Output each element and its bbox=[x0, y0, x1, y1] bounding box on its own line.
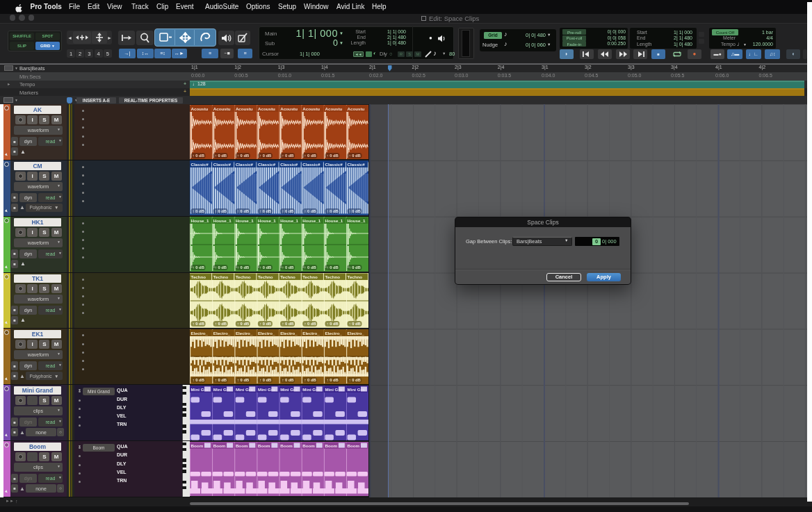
svg-text:↑ 0 dB: ↑ 0 dB bbox=[237, 322, 249, 326]
svg-text:Techno: Techno bbox=[303, 274, 318, 279]
svg-text:Acoustu: Acoustu bbox=[258, 106, 275, 110]
svg-text:↑ 0 dB: ↑ 0 dB bbox=[215, 378, 227, 382]
svg-text:↑ 0 dB: ↑ 0 dB bbox=[327, 210, 339, 214]
svg-text:Electro_: Electro_ bbox=[325, 330, 343, 335]
svg-text:Electro_: Electro_ bbox=[236, 330, 253, 335]
svg-text:Classic#: Classic# bbox=[303, 162, 321, 167]
svg-text:↑ 0 dB: ↑ 0 dB bbox=[304, 210, 316, 214]
svg-text:Techno: Techno bbox=[280, 274, 295, 279]
svg-text:House_1: House_1 bbox=[280, 218, 298, 223]
svg-text:↑ 0 dB: ↑ 0 dB bbox=[349, 210, 361, 214]
svg-text:House_1: House_1 bbox=[348, 218, 366, 223]
svg-text:↑ 0 dB: ↑ 0 dB bbox=[282, 265, 294, 270]
svg-text:Techno: Techno bbox=[325, 274, 341, 279]
svg-text:Boom: Boom bbox=[325, 443, 338, 447]
svg-text:↑ 0 dB: ↑ 0 dB bbox=[237, 265, 249, 270]
svg-text:Classic#: Classic# bbox=[191, 162, 209, 167]
svg-text:Techno: Techno bbox=[348, 274, 363, 279]
svg-text:↑ 0 dB: ↑ 0 dB bbox=[282, 154, 294, 158]
svg-text:Acoustu: Acoustu bbox=[303, 106, 320, 110]
svg-text:Electro_: Electro_ bbox=[280, 330, 298, 335]
svg-text:↑ 0 dB: ↑ 0 dB bbox=[259, 265, 271, 270]
svg-text:Classic#: Classic# bbox=[236, 162, 254, 167]
svg-text:Boom: Boom bbox=[236, 443, 248, 447]
svg-text:Electro_: Electro_ bbox=[303, 330, 320, 335]
svg-text:Acoustu: Acoustu bbox=[191, 106, 209, 110]
svg-text:↑ 0 dB: ↑ 0 dB bbox=[215, 322, 227, 326]
svg-text:Electro_: Electro_ bbox=[213, 330, 231, 335]
svg-text:↑ 0 dB: ↑ 0 dB bbox=[259, 154, 271, 158]
svg-text:↑ 0 dB: ↑ 0 dB bbox=[349, 265, 361, 270]
svg-text:↑ 0 dB: ↑ 0 dB bbox=[304, 265, 316, 270]
svg-text:↑ 0 dB: ↑ 0 dB bbox=[327, 322, 339, 326]
svg-text:Boom: Boom bbox=[213, 443, 226, 447]
svg-text:House_1: House_1 bbox=[258, 218, 276, 223]
svg-text:↑ 0 dB: ↑ 0 dB bbox=[327, 265, 339, 270]
svg-text:↑ 0 dB: ↑ 0 dB bbox=[237, 154, 249, 158]
svg-text:↑ 0 dB: ↑ 0 dB bbox=[282, 378, 294, 382]
svg-text:Classic#: Classic# bbox=[280, 162, 298, 167]
svg-text:↑ 0 dB: ↑ 0 dB bbox=[193, 378, 204, 382]
svg-text:↑ 0 dB: ↑ 0 dB bbox=[193, 154, 204, 158]
svg-text:↑ 0 dB: ↑ 0 dB bbox=[193, 210, 204, 214]
svg-text:Techno: Techno bbox=[213, 274, 229, 279]
svg-text:↑ 0 dB: ↑ 0 dB bbox=[304, 322, 316, 326]
svg-text:Techno: Techno bbox=[236, 274, 251, 279]
svg-text:Classic#: Classic# bbox=[325, 162, 343, 167]
svg-text:Acoustu: Acoustu bbox=[236, 106, 253, 110]
svg-text:Boom: Boom bbox=[258, 443, 270, 447]
svg-text:House_1: House_1 bbox=[213, 218, 232, 223]
svg-text:Electro_: Electro_ bbox=[258, 330, 275, 335]
svg-text:House_1: House_1 bbox=[236, 218, 254, 223]
svg-text:Acoustu: Acoustu bbox=[280, 106, 298, 110]
svg-text:Classic#: Classic# bbox=[213, 162, 232, 167]
svg-text:↑ 0 dB: ↑ 0 dB bbox=[282, 210, 294, 214]
svg-text:Classic#: Classic# bbox=[258, 162, 276, 167]
svg-text:Acoustu: Acoustu bbox=[213, 106, 231, 110]
svg-text:Acoustu: Acoustu bbox=[325, 106, 343, 110]
svg-text:↑ 0 dB: ↑ 0 dB bbox=[327, 378, 339, 382]
svg-text:↑ 0 dB: ↑ 0 dB bbox=[304, 378, 316, 382]
svg-text:Electro_: Electro_ bbox=[348, 330, 365, 335]
svg-text:Boom: Boom bbox=[191, 443, 204, 447]
svg-text:↑ 0 dB: ↑ 0 dB bbox=[237, 378, 249, 382]
svg-text:↑ 0 dB: ↑ 0 dB bbox=[327, 154, 339, 158]
svg-text:↑ 0 dB: ↑ 0 dB bbox=[193, 265, 204, 270]
svg-text:↑ 0 dB: ↑ 0 dB bbox=[282, 322, 294, 326]
svg-text:↑ 0 dB: ↑ 0 dB bbox=[259, 378, 271, 382]
svg-text:Techno: Techno bbox=[191, 274, 206, 279]
svg-text:↑ 0 dB: ↑ 0 dB bbox=[349, 378, 361, 382]
svg-text:House_1: House_1 bbox=[325, 218, 343, 223]
svg-text:↑ 0 dB: ↑ 0 dB bbox=[259, 210, 271, 214]
svg-text:↑ 0 dB: ↑ 0 dB bbox=[259, 322, 271, 326]
svg-text:↑ 0 dB: ↑ 0 dB bbox=[215, 265, 227, 270]
svg-text:Boom: Boom bbox=[303, 443, 316, 447]
svg-text:↑ 0 dB: ↑ 0 dB bbox=[304, 154, 316, 158]
svg-text:Acoustu: Acoustu bbox=[348, 106, 365, 110]
svg-text:House_1: House_1 bbox=[191, 218, 209, 223]
svg-text:Boom: Boom bbox=[280, 443, 293, 447]
svg-text:Techno: Techno bbox=[258, 274, 273, 279]
svg-text:↑ 0 dB: ↑ 0 dB bbox=[215, 210, 227, 214]
svg-text:Electro_: Electro_ bbox=[191, 330, 209, 335]
svg-text:Classic#: Classic# bbox=[348, 162, 366, 167]
svg-text:Boom: Boom bbox=[348, 443, 360, 447]
svg-text:↑ 0 dB: ↑ 0 dB bbox=[349, 154, 361, 158]
svg-text:House_1: House_1 bbox=[303, 218, 321, 223]
svg-text:↑ 0 dB: ↑ 0 dB bbox=[349, 322, 361, 326]
svg-text:↑ 0 dB: ↑ 0 dB bbox=[215, 154, 227, 158]
svg-text:↑ 0 dB: ↑ 0 dB bbox=[193, 322, 204, 326]
svg-text:↑ 0 dB: ↑ 0 dB bbox=[237, 210, 249, 214]
